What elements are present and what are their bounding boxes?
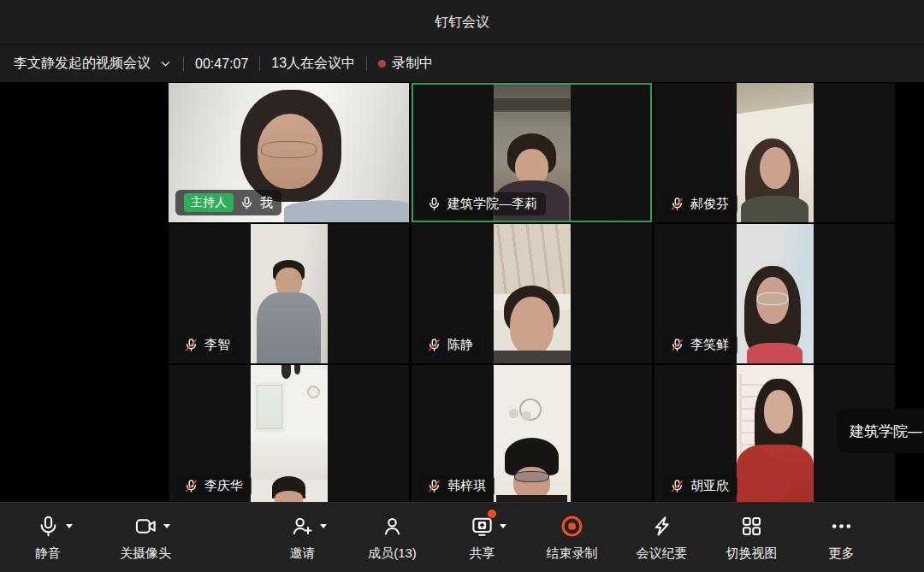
participant-nametag: 李笑鲜 [661,333,737,357]
participant-nametag: 郝俊芬 [661,192,737,215]
share-options-caret[interactable] [500,524,506,528]
camera-icon [134,515,157,538]
dingtalk-meeting-window: 钉钉会议 李文静发起的视频会议 00:47:07 13人在会议中 录制中 主持人 [0,0,924,572]
more-icon [830,515,853,538]
video-tile[interactable]: 李笑鲜 [654,224,895,363]
recording-dot-icon [378,60,386,68]
recording-status: 录制中 [378,55,433,73]
video-grid: 主持人 我 建筑学院—李莉 [169,83,895,502]
stop-recording-icon [560,514,584,539]
microphone-muted-icon [427,338,441,352]
video-stage: 主持人 我 建筑学院—李莉 [0,82,924,502]
grid-view-icon [740,515,763,538]
window-title: 钉钉会议 [435,14,489,32]
video-tile[interactable]: 李智 [169,224,409,363]
video-tile-active-speaker[interactable]: 建筑学院—李莉 [412,83,652,222]
more-button-label: 更多 [829,545,855,562]
participant-name: 胡亚欣 [690,478,729,494]
microphone-muted-icon [427,479,441,493]
members-icon [381,515,404,538]
share-screen-button-label: 共享 [470,545,495,562]
participant-name: 李庆华 [204,478,243,494]
divider [183,56,184,71]
participant-name: 陈静 [447,337,473,353]
microphone-muted-icon [184,479,198,493]
camera-off-button-label: 关摄像头 [120,545,171,562]
share-screen-button[interactable]: 共享 [437,513,527,562]
participant-nametag: 胡亚欣 [661,475,737,498]
window-titlebar: 钉钉会议 [0,0,924,44]
participant-name: 李笑鲜 [690,337,729,353]
meeting-minutes-button-label: 会议纪要 [637,545,688,562]
microphone-muted-icon [184,338,198,352]
microphone-muted-icon [670,338,684,352]
stop-recording-button-label: 结束录制 [547,545,598,562]
video-tile[interactable]: 李庆华 [169,365,409,502]
invite-button[interactable]: 邀请 [258,513,347,562]
camera-off-button[interactable]: 关摄像头 [87,513,204,562]
video-tile[interactable]: 郝俊芬 [654,83,895,222]
participant-nametag: 韩梓琪 [418,475,495,498]
meeting-toolbar: 静音 关摄像头 邀请 成员(13) [0,502,924,572]
divider [259,56,260,71]
switch-view-button[interactable]: 切换视图 [707,513,797,562]
mute-button[interactable]: 静音 [9,513,87,562]
meeting-minutes-button[interactable]: 会议纪要 [617,513,707,562]
participant-name: 郝俊芬 [690,196,729,212]
video-tile[interactable]: 陈静 [412,224,652,363]
participant-name: 韩梓琪 [447,478,486,494]
more-button[interactable]: 更多 [797,513,886,562]
participant-nametag: 李庆华 [175,475,252,498]
video-tile-me[interactable]: 主持人 我 [169,83,409,222]
members-button[interactable]: 成员(13) [347,513,437,562]
share-notification-badge [488,510,496,518]
invite-person-icon [291,515,314,538]
recording-label: 录制中 [392,55,433,73]
participant-name: 李智 [204,337,230,353]
participant-name-tooltip: 建筑学院— [837,409,924,453]
video-tile[interactable]: 韩梓琪 [412,365,652,502]
meeting-info-bar: 李文静发起的视频会议 00:47:07 13人在会议中 录制中 [0,44,924,82]
participant-nametag: 建筑学院—李莉 [418,192,546,215]
participant-nametag: 主持人 我 [175,190,281,215]
participant-nametag: 李智 [175,333,239,357]
meeting-minutes-icon [650,515,673,538]
divider [366,56,367,71]
chevron-down-icon [159,57,172,70]
microphone-muted-icon [670,197,684,211]
invite-options-caret[interactable] [320,524,327,528]
microphone-on-icon [240,196,254,210]
mute-button-label: 静音 [35,545,61,562]
microphone-icon [37,515,60,538]
meeting-name-dropdown[interactable]: 李文静发起的视频会议 [14,55,172,73]
participant-name: 建筑学院—李莉 [447,196,537,212]
participant-nametag: 陈静 [418,333,482,357]
switch-view-button-label: 切换视图 [726,545,778,562]
microphone-on-icon [427,197,441,211]
meeting-name: 李文静发起的视频会议 [14,55,151,73]
microphone-muted-icon [670,479,684,493]
camera-options-caret[interactable] [163,524,170,528]
invite-button-label: 邀请 [290,545,316,562]
host-badge: 主持人 [184,193,234,212]
stop-recording-button[interactable]: 结束录制 [527,513,617,562]
mute-options-caret[interactable] [66,524,73,528]
members-button-label: 成员(13) [368,545,417,562]
participant-name: 我 [260,195,273,211]
participant-count: 13人在会议中 [271,55,355,73]
meeting-timer: 00:47:07 [195,56,248,72]
